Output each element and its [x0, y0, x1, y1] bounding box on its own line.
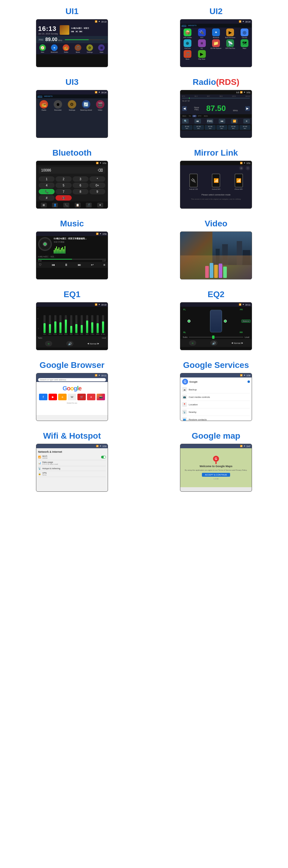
music-menu-btn[interactable]: ≡ [104, 263, 105, 267]
app-music[interactable]: 🎵 Music [72, 44, 83, 53]
bt-icon-contacts[interactable]: 👤 [52, 203, 58, 208]
bt-icon-dialpad[interactable]: ⊞ [41, 203, 47, 208]
wifi-item-wifi[interactable]: 📶 Wi-Fi A0000 [38, 454, 106, 460]
app-bluetooth[interactable]: ✦ Bluetooth [49, 44, 60, 53]
ml-iphone-wifi[interactable]: 📶 iPhone WiFi [235, 174, 243, 190]
ui3-app-recorder[interactable]: ⏺ Recorder [52, 100, 64, 111]
ui2-app-gps[interactable]: 📡 GPS Test Plus [224, 39, 237, 49]
app-navi[interactable]: 🧭 Navi [37, 44, 48, 53]
radio-prev-track[interactable]: ⏮ [194, 119, 201, 124]
ml-phone-modes: 🔌 Android USB 📶 Android WiFi 📶 iPhone Wi… [180, 171, 252, 192]
bt-key-0plus[interactable]: 0+ [89, 183, 105, 188]
gb-shortcut-instagram[interactable]: 📸 [96, 394, 105, 400]
bt-icon-phone[interactable]: 📞 [63, 203, 69, 208]
ml-android-wifi[interactable]: 📶 Android WiFi [212, 174, 221, 190]
ui2-app-playstore[interactable]: ▶ Play Store [195, 50, 208, 60]
ui3-app-steering[interactable]: 🔄 Steering wheel [80, 100, 92, 111]
app-apps[interactable]: ⊞ Apps [96, 44, 107, 53]
ui3-app-settings[interactable]: ⚙ Settings [66, 100, 79, 111]
bt-key-9[interactable]: 9 [89, 189, 105, 194]
bt-key-4[interactable]: 4 [39, 183, 55, 188]
bt-key-6[interactable]: 6 [73, 183, 88, 188]
eq2-next-mode[interactable]: ▶ [241, 342, 243, 344]
music-play-btn[interactable]: ⏸ [64, 263, 68, 267]
eq1-prev-mode[interactable]: ◀ [87, 342, 89, 345]
gb-footer: Instant for you [38, 402, 106, 404]
gs-menu-backup[interactable]: ☁ Backup [182, 386, 250, 393]
gs-menu-nearby[interactable]: 📡 Nearby [182, 408, 250, 416]
ui3-app-video[interactable]: 🎬 Video [94, 100, 107, 111]
gb-shortcut-shop1[interactable]: 🛒 [78, 394, 86, 400]
radio-search-btn[interactable]: 🔍 [182, 119, 189, 124]
bt-key-3[interactable]: 3 [73, 176, 88, 182]
ui2-app-boot[interactable]: ▶ Boot Animation [224, 29, 237, 38]
radio-next-btn[interactable]: ▶ [245, 106, 250, 111]
ui2-app-eq[interactable]: ≡ EQ [195, 39, 208, 49]
gs-menu-restore[interactable]: 👥 Restore contacts [182, 416, 250, 421]
eq1-next-mode[interactable]: ▶ [97, 342, 99, 345]
music-like-btn[interactable]: ♡ [39, 263, 42, 267]
bt-icon-history[interactable]: 📋 [75, 203, 81, 208]
eq1-volume-btn[interactable]: 🔊 [66, 341, 74, 346]
eq2-prev-mode[interactable]: ◀ [231, 342, 233, 344]
bt-key-7[interactable]: 7 [56, 189, 71, 194]
ui1-song-controls[interactable]: ⏮⏯⏭ [71, 30, 106, 33]
bt-key-hash[interactable]: # [39, 195, 55, 200]
wifi-toggle[interactable] [101, 456, 106, 459]
gb-shortcut-youtube[interactable]: ▶ [49, 394, 57, 400]
maps-accept-btn[interactable]: ACCEPT & CONTINUE [202, 473, 230, 477]
maps-body: G Welcome to Google Maps By using this a… [180, 448, 252, 487]
gb-url-input[interactable]: Search or type web address [38, 378, 106, 381]
eq1-preset-btn[interactable]: ≈ [45, 341, 52, 346]
app-radio[interactable]: 📻 Radio [61, 44, 72, 53]
bt-icon-music[interactable]: 🎵 [86, 203, 92, 208]
radio-prev-btn[interactable]: ◀ [182, 106, 187, 111]
bt-key-8[interactable]: 8 [73, 189, 88, 194]
eq2-fl-dot[interactable] [188, 320, 191, 322]
ui2-app-es[interactable]: 📁 ES File Explorer [209, 39, 223, 49]
ui3-app-radio[interactable]: 📻 Radio [37, 100, 50, 111]
gb-shortcut-wiki[interactable]: W [68, 394, 76, 400]
music-next-btn[interactable]: ⏭ [78, 263, 81, 267]
radio-controls: 🔍 ⏮ FM1 ⏭ 📶 ≡ [180, 118, 252, 124]
wifi-item-vpn[interactable]: 🔒 VPN None [38, 471, 106, 477]
gb-shortcut-amazon[interactable]: a [58, 394, 66, 400]
ml-android-usb[interactable]: 🔌 Android USB [189, 174, 198, 190]
gb-shortcut-ebay[interactable]: e [87, 394, 95, 400]
bt-key-2[interactable]: 2 [56, 176, 71, 182]
gb-shortcut-facebook[interactable]: f [39, 394, 48, 400]
ui2-app-aux[interactable]: 🔌 AUX [195, 29, 208, 38]
gs-menu-cast[interactable]: 📺 Cast media controls [182, 393, 250, 401]
wifi-status-bar: 📶 ✦ 3:53 [36, 444, 108, 448]
ui2-label: UI2 [209, 1, 223, 19]
ui2-app-easyconn[interactable]: ⊕ EasConn [181, 39, 194, 49]
wifi-item-hotspot[interactable]: 📡 Hotspot & tethering [38, 466, 106, 471]
eq2-preset-btn[interactable]: ≈ [189, 340, 196, 346]
app-settings[interactable]: ⚙ Settings [84, 44, 95, 53]
bt-key-5[interactable]: 5 [56, 183, 71, 188]
eq2-fr-dot[interactable] [224, 320, 227, 322]
eq2-volume-btn[interactable]: 🔊 [210, 340, 218, 346]
eq2-balance-btn[interactable]: Balance [241, 320, 251, 322]
wifi-item-data[interactable]: 📊 Data usage 2.8 of 30 days used [38, 460, 106, 466]
bt-icon-bt[interactable]: ✦ [97, 203, 103, 208]
ui2-app-music[interactable]: 🎵 Music [181, 50, 194, 60]
ui2-app-chrome[interactable]: ◎ Chrome [238, 29, 251, 38]
ui2-app-bluetooth[interactable]: ✦ Bluetooth [209, 29, 223, 38]
music-repeat-btn[interactable]: ↩ [91, 263, 94, 267]
ml-help-btn[interactable]: ? [246, 166, 250, 170]
gs-info-dot[interactable] [248, 380, 250, 383]
radio-next-track[interactable]: ⏭ [219, 119, 225, 124]
ui2-app-maps[interactable]: 🗺 Maps [238, 39, 251, 49]
eq2-fader-thumb[interactable] [212, 336, 214, 339]
music-info: DJ雄少&湛江 - 试音王车载版碰高... 试音王车载版 [54, 237, 106, 254]
bt-key-star[interactable]: * [89, 176, 105, 182]
bt-key-call[interactable]: 📞 [39, 189, 55, 194]
gs-menu-location[interactable]: 📍 Location [182, 401, 250, 408]
bt-key-1[interactable]: 1 [39, 176, 55, 182]
ml-settings-btn[interactable]: ⚙ [239, 166, 243, 170]
ui2-app-apk[interactable]: 📦 APK installer [181, 29, 194, 38]
music-prev-btn[interactable]: ⏮ [52, 263, 55, 267]
hotspot-icon: 📡 [38, 467, 41, 470]
bt-key-endcall[interactable]: 📵 [56, 195, 71, 200]
